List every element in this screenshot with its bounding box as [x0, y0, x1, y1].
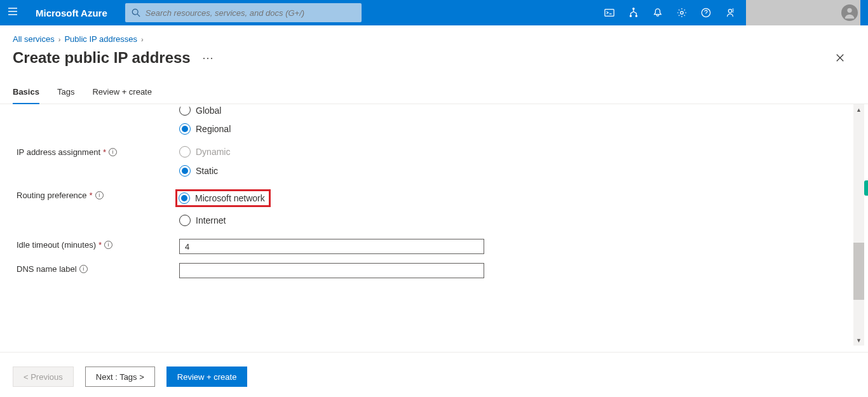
chevron-right-icon: › — [141, 36, 144, 43]
svg-point-7 — [728, 10, 731, 13]
svg-point-8 — [847, 8, 851, 13]
scroll-up-arrow-icon[interactable]: ▲ — [853, 104, 864, 115]
breadcrumb: All services › Public IP addresses › — [0, 25, 868, 46]
chevron-right-icon: › — [58, 36, 61, 43]
radio-ip-dynamic: Dynamic — [179, 146, 230, 158]
radio-label: Global — [196, 107, 221, 116]
info-icon[interactable]: i — [104, 241, 112, 249]
footer-bar: < Previous Next : Tags > Review + create — [0, 353, 868, 397]
radio-label: Regional — [196, 124, 231, 134]
radio-label: Dynamic — [196, 147, 230, 157]
tab-tags[interactable]: Tags — [57, 87, 74, 104]
form-body: Global Regional IP address assignment * … — [0, 104, 868, 346]
help-icon[interactable] — [694, 0, 718, 25]
svg-point-5 — [681, 11, 683, 14]
radio-routing-msnet[interactable]: Microsoft network — [179, 192, 265, 204]
more-actions-icon[interactable]: ⋯ — [200, 51, 216, 65]
label-dns: DNS name label i — [17, 263, 179, 274]
radio-ip-static[interactable]: Static — [179, 165, 230, 177]
next-button[interactable]: Next : Tags > — [85, 367, 155, 387]
radio-tier-global[interactable]: Global — [179, 107, 231, 116]
scroll-down-arrow-icon[interactable]: ▼ — [853, 335, 864, 346]
scrollbar[interactable]: ▲ ▼ — [853, 104, 864, 346]
account-panel[interactable] — [746, 0, 860, 25]
feedback-icon[interactable] — [718, 0, 742, 25]
svg-rect-1 — [605, 10, 614, 17]
close-blade-button[interactable] — [830, 48, 850, 68]
settings-gear-icon[interactable] — [670, 0, 694, 25]
svg-point-4 — [635, 15, 637, 17]
header-icon-bar — [597, 0, 742, 25]
svg-point-2 — [633, 8, 634, 10]
side-feedback-tab[interactable] — [864, 180, 868, 196]
info-icon[interactable]: i — [95, 191, 104, 199]
avatar — [841, 4, 858, 21]
label-idle-timeout: Idle timeout (minutes) * i — [17, 239, 179, 250]
breadcrumb-all-services[interactable]: All services — [13, 34, 55, 44]
idle-timeout-input[interactable] — [179, 239, 484, 254]
radio-tier-regional[interactable]: Regional — [179, 123, 231, 135]
title-row: Create public IP address ⋯ — [0, 46, 868, 68]
dns-name-input[interactable] — [179, 263, 484, 278]
tab-review-create[interactable]: Review + create — [92, 87, 152, 104]
svg-point-0 — [132, 9, 138, 15]
search-icon — [132, 8, 140, 17]
search-input[interactable] — [146, 8, 356, 18]
radio-label: Static — [196, 166, 218, 176]
breadcrumb-public-ip[interactable]: Public IP addresses — [64, 34, 137, 44]
top-header: Microsoft Azure — [0, 0, 868, 25]
page-title: Create public IP address — [13, 49, 191, 67]
label-ip-assignment: IP address assignment * i — [17, 146, 179, 157]
radio-routing-internet[interactable]: Internet — [179, 215, 271, 226]
notifications-icon[interactable] — [646, 0, 670, 25]
directories-icon[interactable] — [621, 0, 646, 25]
radio-label: Internet — [196, 215, 226, 225]
cloud-shell-icon[interactable] — [597, 0, 621, 25]
review-create-button[interactable]: Review + create — [166, 367, 248, 387]
brand-label[interactable]: Microsoft Azure — [36, 8, 107, 18]
info-icon[interactable]: i — [79, 265, 88, 273]
radio-label: Microsoft network — [195, 193, 265, 203]
global-search[interactable] — [125, 3, 362, 22]
scrollbar-thumb[interactable] — [853, 243, 864, 300]
svg-point-3 — [630, 15, 631, 17]
tab-basics[interactable]: Basics — [13, 87, 39, 104]
label-routing: Routing preference * i — [17, 189, 179, 200]
hamburger-icon[interactable] — [8, 6, 18, 19]
highlight-ms-network: Microsoft network — [175, 189, 271, 207]
tab-bar: Basics Tags Review + create — [0, 68, 868, 104]
previous-button: < Previous — [13, 367, 74, 387]
info-icon[interactable]: i — [109, 148, 117, 156]
